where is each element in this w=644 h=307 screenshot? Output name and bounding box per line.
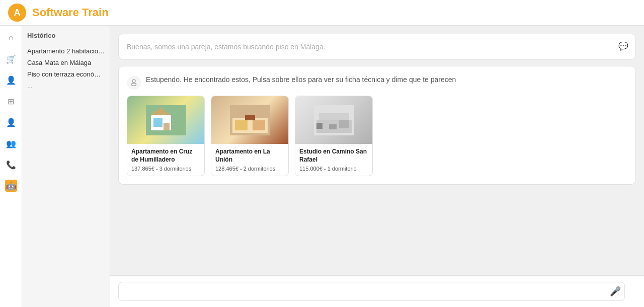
sidebar-item-phone[interactable]: 📞	[5, 159, 17, 171]
bot-bubble-header: Estupendo. He encontrado estos, Pulsa so…	[127, 74, 627, 90]
card-body-1: Apartamento en La Unión 128.465€ - 2 dor…	[211, 144, 288, 176]
app-title: Software Train	[32, 6, 109, 19]
svg-text:A: A	[14, 8, 21, 18]
mic-icon[interactable]: 🎤	[610, 286, 621, 297]
svg-rect-3	[132, 84, 136, 86]
card-title-2: Estudio en Camino San Rafael	[299, 148, 368, 164]
svg-rect-7	[164, 123, 170, 130]
input-bar: 🎤	[110, 275, 644, 307]
user-message-text: Buenas, somos una pareja, estamos buscan…	[127, 43, 326, 51]
history-item-1[interactable]: Casa Mata en Málaga	[27, 57, 105, 68]
chat-area: Buenas, somos una pareja, estamos buscan…	[110, 26, 644, 275]
svg-rect-12	[253, 120, 265, 130]
card-body-2: Estudio en Camino San Rafael 115.000€ - …	[295, 144, 372, 176]
logo-icon: A	[8, 4, 26, 22]
svg-rect-18	[329, 124, 337, 129]
bot-message-text: Estupendo. He encontrado estos, Pulsa so…	[146, 74, 456, 85]
card-price-0: 137.865€ - 3 dormitorios	[131, 166, 200, 172]
property-image-2	[295, 96, 372, 144]
property-card-0[interactable]: Apartamento en Cruz de Humilladero 137.8…	[127, 96, 205, 176]
bot-message-bubble: Estupendo. He encontrado estos, Pulsa so…	[118, 66, 636, 185]
svg-rect-17	[339, 120, 349, 128]
history-panel: Histórico Apartamento 2 habitacion... Ca…	[22, 26, 110, 307]
sidebar-item-shopping[interactable]: 🛒	[5, 53, 17, 65]
sidebar: ⌂ 🛒 👤 ⊞ 👤 👥 📞 🤖	[0, 26, 22, 307]
sidebar-item-home[interactable]: ⌂	[5, 32, 17, 44]
svg-rect-6	[153, 118, 163, 127]
svg-rect-19	[316, 123, 323, 129]
card-price-1: 128.465€ - 2 dormitorios	[215, 166, 284, 172]
header: A Software Train	[0, 0, 644, 26]
history-item-0[interactable]: Apartamento 2 habitacion...	[27, 45, 105, 57]
property-image-1	[211, 96, 288, 144]
property-card-2[interactable]: Estudio en Camino San Rafael 115.000€ - …	[295, 96, 373, 176]
chat-input[interactable]	[118, 282, 625, 301]
sidebar-item-grid[interactable]: ⊞	[5, 95, 17, 107]
sidebar-item-bot[interactable]: 🤖	[5, 180, 17, 192]
card-body-0: Apartamento en Cruz de Humilladero 137.8…	[127, 144, 204, 176]
property-card-1[interactable]: Apartamento en La Unión 128.465€ - 2 dor…	[211, 96, 289, 176]
message-icon: 💬	[618, 41, 628, 51]
sidebar-item-group[interactable]: 👥	[5, 137, 17, 149]
card-title-0: Apartamento en Cruz de Humilladero	[131, 148, 200, 164]
svg-rect-16	[319, 113, 349, 120]
card-price-2: 115.000€ - 1 dormitorio	[299, 166, 368, 172]
svg-rect-11	[235, 120, 248, 130]
svg-point-2	[132, 80, 135, 83]
card-title-1: Apartamento en La Unión	[215, 148, 284, 164]
sidebar-item-users[interactable]: 👤	[5, 116, 17, 128]
history-item-2[interactable]: Piso con terraza económi...	[27, 68, 105, 80]
history-more: ...	[27, 80, 105, 92]
property-image-0	[127, 96, 204, 144]
user-message-bubble: Buenas, somos una pareja, estamos buscan…	[118, 34, 636, 60]
main-layout: ⌂ 🛒 👤 ⊞ 👤 👥 📞 🤖 Histórico Apartamento 2 …	[0, 26, 644, 307]
history-title: Histórico	[27, 32, 105, 39]
sidebar-item-person[interactable]: 👤	[5, 74, 17, 86]
bot-avatar	[127, 75, 141, 90]
svg-rect-13	[245, 115, 255, 120]
property-cards-row: Apartamento en Cruz de Humilladero 137.8…	[127, 96, 627, 176]
